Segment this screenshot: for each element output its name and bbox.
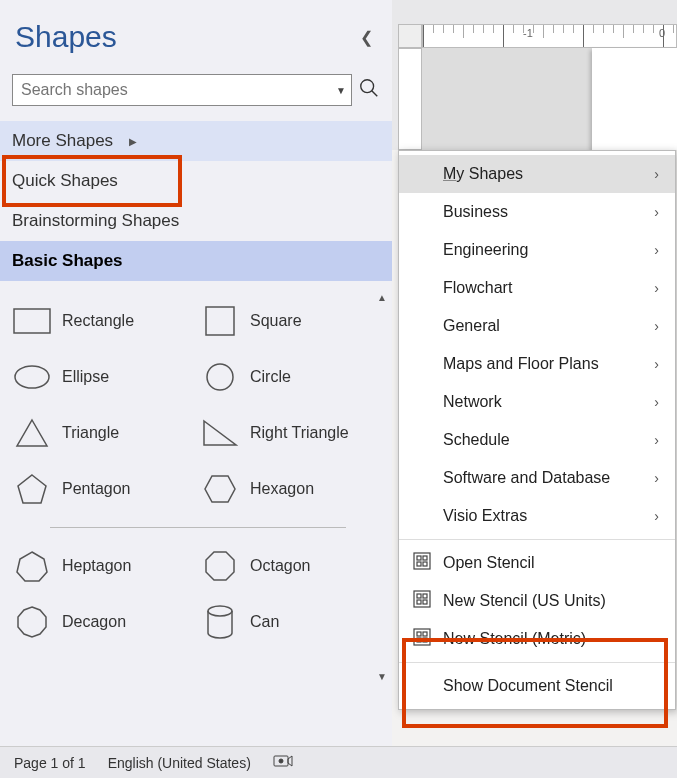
shape-triangle[interactable]: Triangle (10, 409, 198, 457)
flyout-maps-floor-plans[interactable]: Maps and Floor Plans› (399, 345, 675, 383)
search-dropdown-icon[interactable]: ▼ (336, 85, 346, 96)
shape-pentagon[interactable]: Pentagon (10, 465, 198, 513)
search-row: ▼ (0, 64, 392, 121)
canvas-page[interactable] (592, 48, 677, 150)
shape-label: Square (250, 312, 302, 330)
svg-rect-28 (423, 638, 427, 642)
panel-title: Shapes (15, 20, 117, 54)
category-list: More Shapes ▶ Quick Shapes Brainstorming… (0, 121, 392, 281)
svg-point-0 (361, 79, 374, 92)
svg-rect-19 (414, 591, 430, 607)
flyout-my-shapes[interactable]: My Shapes› (399, 155, 675, 193)
status-page[interactable]: Page 1 of 1 (14, 755, 86, 771)
svg-marker-8 (18, 475, 46, 503)
flyout-label: Schedule (443, 431, 510, 449)
svg-rect-27 (417, 638, 421, 642)
category-label: More Shapes (12, 131, 113, 151)
flyout-show-document-stencil[interactable]: Show Document Stencil (399, 667, 675, 705)
shape-rectangle[interactable]: Rectangle (10, 297, 198, 345)
shape-square[interactable]: Square (198, 297, 386, 345)
shape-label: Rectangle (62, 312, 134, 330)
flyout-new-stencil-metric[interactable]: New Stencil (Metric) (399, 620, 675, 658)
shapes-grid-container: Rectangle Square Ellipse Circle Triangle… (0, 287, 392, 687)
category-label: Brainstorming Shapes (12, 211, 179, 231)
svg-marker-7 (204, 421, 236, 445)
rectangle-icon (12, 303, 52, 339)
flyout-label: Visio Extras (443, 507, 527, 525)
svg-marker-11 (206, 552, 234, 580)
flyout-network[interactable]: Network› (399, 383, 675, 421)
flyout-schedule[interactable]: Schedule› (399, 421, 675, 459)
svg-rect-22 (417, 600, 421, 604)
shape-label: Circle (250, 368, 291, 386)
shape-circle[interactable]: Circle (198, 353, 386, 401)
status-language[interactable]: English (United States) (108, 755, 251, 771)
flyout-separator (399, 662, 675, 663)
right-triangle-icon (200, 415, 240, 451)
pentagon-icon (12, 471, 52, 507)
scroll-down-icon[interactable]: ▼ (374, 668, 390, 685)
category-quick-shapes[interactable]: Quick Shapes (0, 161, 392, 201)
shape-label: Can (250, 613, 279, 631)
ellipse-icon (12, 359, 52, 395)
category-brainstorming-shapes[interactable]: Brainstorming Shapes (0, 201, 392, 241)
svg-rect-21 (423, 594, 427, 598)
scroll-up-icon[interactable]: ▲ (374, 289, 390, 306)
shape-decagon[interactable]: Decagon (10, 598, 198, 646)
flyout-business[interactable]: Business› (399, 193, 675, 231)
flyout-label: General (443, 317, 500, 335)
shapes-grid: Rectangle Square Ellipse Circle Triangle… (0, 287, 392, 646)
can-icon (200, 604, 240, 640)
shapes-scrollbar[interactable]: ▲ ▼ (372, 287, 392, 687)
shape-octagon[interactable]: Octagon (198, 542, 386, 590)
chevron-right-icon: › (654, 166, 659, 182)
vertical-ruler[interactable] (398, 48, 422, 150)
shape-label: Pentagon (62, 480, 131, 498)
category-label: Quick Shapes (12, 171, 118, 191)
search-input[interactable] (12, 74, 352, 106)
stencil-icon (413, 552, 431, 574)
flyout-software-database[interactable]: Software and Database› (399, 459, 675, 497)
category-more-shapes[interactable]: More Shapes ▶ (0, 121, 392, 161)
shape-right-triangle[interactable]: Right Triangle (198, 409, 386, 457)
shape-heptagon[interactable]: Heptagon (10, 542, 198, 590)
category-basic-shapes[interactable]: Basic Shapes (0, 241, 392, 281)
svg-rect-16 (423, 556, 427, 560)
flyout-general[interactable]: General› (399, 307, 675, 345)
macro-recorder-icon[interactable] (273, 753, 293, 772)
flyout-engineering[interactable]: Engineering› (399, 231, 675, 269)
flyout-separator (399, 539, 675, 540)
chevron-right-icon: › (654, 318, 659, 334)
flyout-new-stencil-us[interactable]: New Stencil (US Units) (399, 582, 675, 620)
horizontal-ruler[interactable]: -1 0 (422, 24, 677, 48)
svg-rect-18 (423, 562, 427, 566)
hexagon-icon (200, 471, 240, 507)
chevron-right-icon: › (654, 242, 659, 258)
flyout-flowchart[interactable]: Flowchart› (399, 269, 675, 307)
category-label: Basic Shapes (12, 251, 123, 271)
flyout-label: Software and Database (443, 469, 610, 487)
chevron-right-icon: › (654, 394, 659, 410)
octagon-icon (200, 548, 240, 584)
chevron-right-icon: › (654, 204, 659, 220)
search-box: ▼ (12, 74, 352, 106)
ruler-label: -1 (523, 27, 533, 39)
decagon-icon (12, 604, 52, 640)
shape-ellipse[interactable]: Ellipse (10, 353, 198, 401)
collapse-panel-button[interactable]: ❮ (356, 24, 377, 51)
ruler-corner (398, 24, 422, 48)
flyout-label: Flowchart (443, 279, 512, 297)
flyout-label: Business (443, 203, 508, 221)
svg-marker-9 (205, 476, 235, 502)
shape-can[interactable]: Can (198, 598, 386, 646)
search-icon[interactable] (358, 77, 380, 104)
triangle-icon (12, 415, 52, 451)
shape-label: Heptagon (62, 557, 131, 575)
submenu-arrow-icon: ▶ (129, 136, 137, 147)
stencil-icon (413, 590, 431, 612)
flyout-visio-extras[interactable]: Visio Extras› (399, 497, 675, 535)
shapes-panel: Shapes ❮ ▼ More Shapes ▶ Quick Shapes Br… (0, 0, 392, 778)
flyout-open-stencil[interactable]: Open Stencil (399, 544, 675, 582)
shape-label: Right Triangle (250, 424, 349, 442)
shape-hexagon[interactable]: Hexagon (198, 465, 386, 513)
